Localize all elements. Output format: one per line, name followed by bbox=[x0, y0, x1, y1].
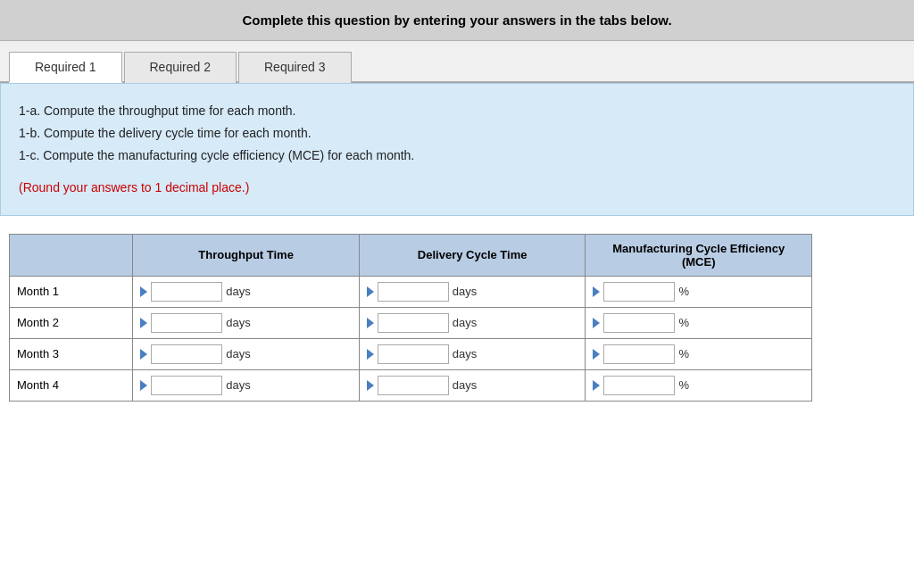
triangle-icon-m3 bbox=[593, 349, 600, 360]
delivery-cell-month1: days bbox=[359, 276, 586, 307]
mce-unit-month3: % bbox=[678, 347, 689, 360]
delivery-unit-month4: days bbox=[453, 378, 477, 392]
mce-input-month2[interactable] bbox=[603, 313, 675, 333]
triangle-icon-d4 bbox=[367, 380, 374, 391]
throughput-input-month3[interactable] bbox=[151, 344, 222, 364]
row-label-month1: Month 1 bbox=[10, 276, 133, 307]
col-header-delivery: Delivery Cycle Time bbox=[359, 234, 586, 276]
mce-unit-month2: % bbox=[678, 316, 689, 329]
tab-required1[interactable]: Required 1 bbox=[9, 52, 122, 83]
table-row: Month 4 days days bbox=[10, 369, 812, 401]
delivery-input-month4[interactable] bbox=[378, 376, 449, 395]
triangle-icon-m1 bbox=[593, 286, 600, 297]
triangle-icon-d1 bbox=[367, 286, 374, 297]
delivery-unit-month3: days bbox=[453, 347, 477, 360]
throughput-unit-month3: days bbox=[226, 347, 250, 360]
triangle-icon-m4 bbox=[593, 380, 600, 391]
throughput-cell-month2: days bbox=[133, 307, 360, 338]
throughput-cell-month1: days bbox=[133, 276, 360, 307]
throughput-cell-month3: days bbox=[133, 338, 360, 369]
throughput-unit-month4: days bbox=[226, 378, 250, 392]
triangle-icon-d2 bbox=[367, 318, 374, 328]
round-note: (Round your answers to 1 decimal place.) bbox=[19, 177, 895, 199]
delivery-cell-month4: days bbox=[359, 369, 586, 401]
instruction-line2: 1-b. Compute the delivery cycle time for… bbox=[19, 122, 895, 145]
answer-table: Throughput Time Delivery Cycle Time Manu… bbox=[9, 234, 812, 402]
col-header-mce: Manufacturing Cycle Efficiency (MCE) bbox=[586, 234, 812, 276]
delivery-input-month2[interactable] bbox=[378, 313, 449, 333]
col-header-throughput: Throughput Time bbox=[133, 234, 360, 276]
triangle-icon-d3 bbox=[367, 349, 374, 360]
row-label-month3: Month 3 bbox=[10, 338, 133, 369]
throughput-unit-month1: days bbox=[226, 285, 250, 298]
table-row: Month 3 days days bbox=[10, 338, 812, 369]
mce-input-month1[interactable] bbox=[603, 282, 675, 302]
tabs-container: Required 1 Required 2 Required 3 bbox=[0, 41, 914, 83]
throughput-input-month4[interactable] bbox=[151, 376, 222, 395]
mce-input-month4[interactable] bbox=[603, 376, 675, 395]
instruction-line1: 1-a. Compute the throughput time for eac… bbox=[19, 100, 895, 122]
throughput-input-month2[interactable] bbox=[151, 313, 222, 333]
instructions-box: 1-a. Compute the throughput time for eac… bbox=[0, 83, 914, 216]
tab-required2[interactable]: Required 2 bbox=[124, 52, 237, 83]
table-row: Month 2 days days bbox=[10, 307, 812, 338]
delivery-unit-month1: days bbox=[453, 285, 477, 298]
triangle-icon-t2 bbox=[140, 318, 147, 328]
instruction-line3: 1-c. Compute the manufacturing cycle eff… bbox=[19, 145, 895, 167]
triangle-icon-t1 bbox=[140, 286, 147, 297]
triangle-icon-m2 bbox=[593, 318, 600, 328]
triangle-icon-t4 bbox=[140, 380, 147, 391]
mce-cell-month3: % bbox=[586, 338, 812, 369]
table-section: Throughput Time Delivery Cycle Time Manu… bbox=[0, 216, 914, 410]
delivery-input-month1[interactable] bbox=[378, 282, 449, 302]
mce-unit-month1: % bbox=[678, 285, 689, 298]
mce-cell-month2: % bbox=[586, 307, 812, 338]
delivery-cell-month3: days bbox=[359, 338, 586, 369]
col-header-empty bbox=[10, 234, 133, 276]
delivery-input-month3[interactable] bbox=[378, 344, 449, 364]
triangle-icon-t3 bbox=[140, 349, 147, 360]
mce-cell-month1: % bbox=[586, 276, 812, 307]
row-label-month2: Month 2 bbox=[10, 307, 133, 338]
row-label-month4: Month 4 bbox=[10, 369, 133, 401]
throughput-unit-month2: days bbox=[226, 316, 250, 329]
throughput-input-month1[interactable] bbox=[151, 282, 222, 302]
delivery-unit-month2: days bbox=[453, 316, 477, 329]
table-row: Month 1 days days bbox=[10, 276, 812, 307]
tab-required3[interactable]: Required 3 bbox=[238, 52, 352, 83]
mce-input-month3[interactable] bbox=[603, 344, 675, 364]
header-instruction: Complete this question by entering your … bbox=[0, 0, 914, 41]
delivery-cell-month2: days bbox=[359, 307, 586, 338]
throughput-cell-month4: days bbox=[133, 369, 360, 401]
mce-cell-month4: % bbox=[586, 369, 812, 401]
mce-unit-month4: % bbox=[678, 378, 689, 392]
